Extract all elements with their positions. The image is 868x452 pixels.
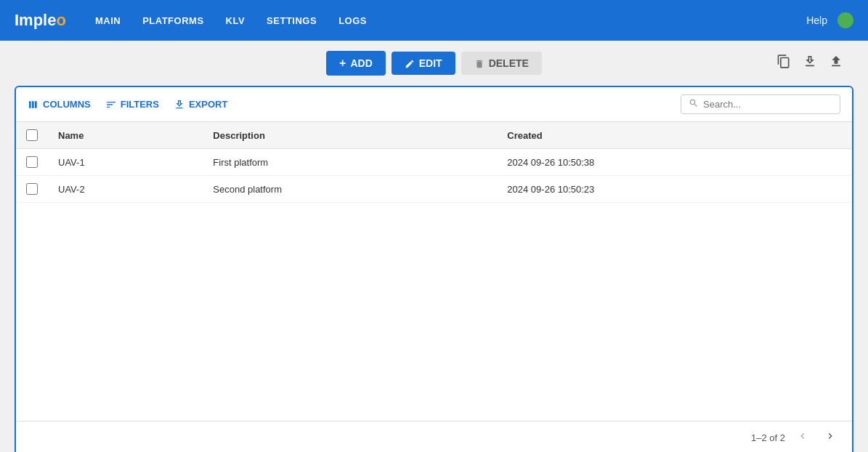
toolbar-icon-group (774, 52, 846, 76)
filters-button[interactable]: FILTERS (105, 99, 159, 110)
add-icon: + (339, 57, 346, 70)
search-icon (689, 98, 699, 110)
select-all-checkbox[interactable] (26, 129, 38, 141)
row-description: Second platform (203, 176, 497, 203)
navbar: Impleo MAIN PLATFORMS KLV SETTINGS LOGS … (0, 0, 868, 41)
header-name: Name (48, 122, 203, 149)
delete-icon (474, 57, 484, 69)
table-row: UAV-1 First platform 2024 09-26 10:50:38 (16, 149, 852, 176)
nav-platforms[interactable]: PLATFORMS (142, 15, 203, 26)
search-input[interactable] (703, 99, 832, 110)
row-checkbox-cell (16, 149, 48, 176)
table-footer: 1–2 of 2 (16, 421, 852, 452)
edit-label: EDIT (419, 57, 442, 69)
columns-label: COLUMNS (43, 99, 91, 110)
upload-button[interactable] (826, 52, 846, 76)
prev-page-button[interactable] (792, 429, 813, 447)
navbar-links: MAIN PLATFORMS KLV SETTINGS LOGS (95, 15, 806, 26)
nav-logs[interactable]: LOGS (338, 15, 367, 26)
download-button[interactable] (800, 52, 820, 76)
table-row: UAV-2 Second platform 2024 09-26 10:50:2… (16, 176, 852, 203)
filters-label: FILTERS (121, 99, 159, 110)
add-button[interactable]: + ADD (326, 51, 386, 76)
logo: Impleo (15, 11, 66, 30)
header-description: Description (203, 122, 497, 149)
nav-settings[interactable]: SETTINGS (267, 15, 317, 26)
nav-klv[interactable]: KLV (226, 15, 246, 26)
search-wrapper (681, 94, 840, 114)
table-header-row: Name Description Created (16, 122, 852, 149)
copy-button[interactable] (774, 52, 794, 76)
data-table: Name Description Created UAV-1 First pla… (16, 122, 852, 203)
columns-button[interactable]: COLUMNS (28, 99, 91, 110)
navbar-right: Help (806, 12, 853, 28)
logo-text-main: Imple (15, 11, 56, 29)
toolbar-actions: + ADD EDIT DELETE (326, 51, 542, 76)
row-name: UAV-1 (48, 149, 203, 176)
row-checkbox-0[interactable] (26, 156, 38, 168)
nav-main[interactable]: MAIN (95, 15, 121, 26)
edit-button[interactable]: EDIT (392, 52, 455, 75)
delete-button[interactable]: DELETE (461, 52, 542, 75)
next-page-button[interactable] (820, 429, 840, 447)
header-created: Created (497, 122, 852, 149)
pagination-info: 1–2 of 2 (751, 432, 785, 443)
row-name: UAV-2 (48, 176, 203, 203)
empty-area (16, 203, 852, 421)
status-indicator (837, 12, 853, 28)
toolbar: + ADD EDIT DELETE (0, 41, 868, 86)
add-label: ADD (350, 57, 372, 69)
row-description: First platform (203, 149, 497, 176)
delete-label: DELETE (489, 57, 529, 69)
logo-accent: o (56, 11, 65, 29)
row-created: 2024 09-26 10:50:23 (497, 176, 852, 203)
row-checkbox-cell (16, 176, 48, 203)
export-label: EXPORT (189, 99, 227, 110)
table-panel: COLUMNS FILTERS EXPORT Nam (15, 86, 853, 452)
header-checkbox-col (16, 122, 48, 149)
help-label: Help (806, 15, 827, 26)
edit-icon (405, 57, 415, 69)
table-controls: COLUMNS FILTERS EXPORT (16, 87, 852, 122)
export-button[interactable]: EXPORT (174, 99, 227, 110)
row-created: 2024 09-26 10:50:38 (497, 149, 852, 176)
row-checkbox-1[interactable] (26, 183, 38, 195)
